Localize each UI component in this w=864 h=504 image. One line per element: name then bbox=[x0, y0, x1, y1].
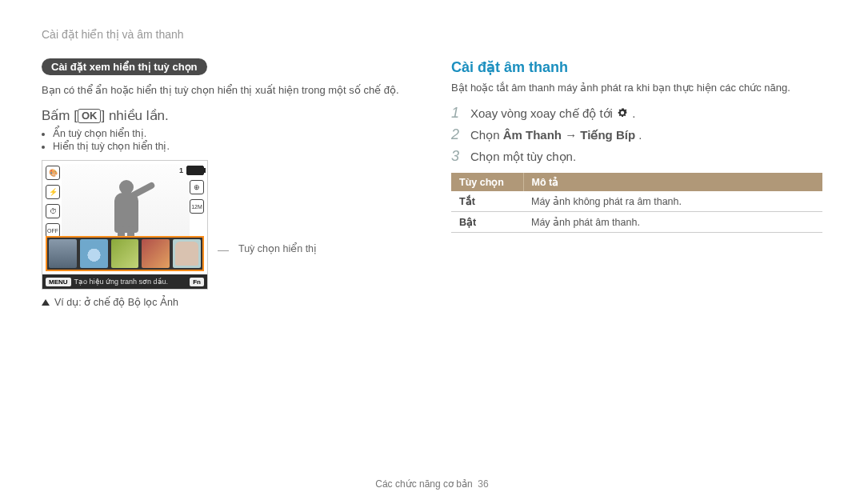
step-text: Chọn một tùy chọn. bbox=[470, 150, 576, 164]
shot-count: 1 bbox=[179, 166, 183, 174]
filter-thumb bbox=[173, 239, 201, 268]
bullet-item: Hiển thị tuỳ chọn hiển thị. bbox=[53, 140, 413, 152]
step-strong: Âm Thanh → Tiếng Bíp bbox=[503, 128, 635, 142]
press-prefix: Bấm [ bbox=[42, 108, 78, 123]
steps-list: 1 Xoay vòng xoay chế độ tới . 2 Chọn Âm … bbox=[451, 105, 822, 165]
step-number: 1 bbox=[451, 105, 462, 122]
page-footer: Các chức năng cơ bản 36 bbox=[0, 478, 864, 490]
ok-button-icon: OK bbox=[78, 109, 102, 123]
step-text: Xoay vòng xoay chế độ tới bbox=[470, 106, 616, 120]
status-text: Tạo hiệu ứng tranh sơn dầu. bbox=[74, 278, 187, 286]
fn-chip: Fn bbox=[190, 278, 204, 286]
sound-heading: Cài đặt âm thanh bbox=[451, 58, 822, 76]
options-table: Tùy chọn Mô tả Tắt Máy ảnh không phát ra… bbox=[451, 173, 822, 233]
page-number: 36 bbox=[478, 478, 488, 490]
example-note: Ví dụ: ở chế độ Bộ lọc Ảnh bbox=[42, 296, 413, 308]
step-text: . bbox=[632, 106, 635, 120]
step-item: 3 Chọn một tùy chọn. bbox=[451, 148, 822, 165]
left-column: Cài đặt xem hiển thị tuỳ chọn Bạn có thể… bbox=[42, 58, 413, 308]
opt-name: Bật bbox=[451, 212, 523, 233]
triangle-up-icon bbox=[42, 299, 50, 306]
filter-thumb bbox=[80, 239, 108, 268]
right-column: Cài đặt âm thanh Bật hoặc tắt âm thanh m… bbox=[451, 58, 822, 308]
status-bar: MENU Tạo hiệu ứng tranh sơn dầu. Fn bbox=[42, 274, 207, 289]
filter-picker bbox=[46, 236, 204, 271]
step-text: Chọn bbox=[470, 128, 503, 142]
callout-connector bbox=[218, 250, 229, 251]
filter-thumb bbox=[111, 239, 139, 268]
step-number: 3 bbox=[451, 148, 462, 165]
bullet-item: Ẩn tuỳ chọn hiển thị. bbox=[53, 127, 413, 139]
left-intro: Bạn có thể ẩn hoặc hiển thị tuỳ chọn hiể… bbox=[42, 83, 413, 98]
col-header-option: Tùy chọn bbox=[451, 173, 523, 191]
display-bullets: Ẩn tuỳ chọn hiển thị. Hiển thị tuỳ chọn … bbox=[42, 127, 413, 152]
section-pill-display-options: Cài đặt xem hiển thị tuỳ chọn bbox=[42, 58, 207, 75]
opt-desc: Máy ảnh không phát ra âm thanh. bbox=[523, 191, 822, 212]
timer-icon: ⏱ bbox=[46, 204, 60, 218]
gear-icon bbox=[616, 106, 629, 119]
footer-section: Các chức năng cơ bản bbox=[375, 478, 472, 490]
step-item: 1 Xoay vòng xoay chế độ tới . bbox=[451, 105, 822, 122]
battery-icon bbox=[186, 166, 204, 175]
opt-desc: Máy ảnh phát âm thanh. bbox=[523, 212, 822, 233]
mode-icon: 🎨 bbox=[46, 166, 60, 180]
camera-screenshot: 🎨 ⚡ ⏱ OFF 1 ⊕ 12M bbox=[42, 160, 208, 290]
flash-icon: ⚡ bbox=[46, 185, 60, 199]
callout-label: Tuỳ chọn hiển thị bbox=[238, 242, 317, 254]
example-text: Ví dụ: ở chế độ Bộ lọc Ảnh bbox=[54, 296, 178, 308]
filter-thumb bbox=[142, 239, 170, 268]
filter-thumb bbox=[49, 239, 77, 268]
flash-mode-icon: ⊕ bbox=[190, 180, 204, 194]
breadcrumb: Cài đặt hiển thị và âm thanh bbox=[42, 28, 822, 41]
step-item: 2 Chọn Âm Thanh → Tiếng Bíp . bbox=[451, 126, 822, 143]
press-suffix: ] nhiều lần. bbox=[101, 108, 168, 123]
menu-chip: MENU bbox=[46, 278, 71, 286]
right-intro: Bật hoặc tắt âm thanh máy ảnh phát ra kh… bbox=[451, 81, 822, 95]
table-row: Bật Máy ảnh phát âm thanh. bbox=[451, 212, 822, 233]
step-text: . bbox=[638, 128, 642, 142]
table-row: Tắt Máy ảnh không phát ra âm thanh. bbox=[451, 191, 822, 212]
press-instruction: Bấm [OK] nhiều lần. bbox=[42, 107, 413, 124]
size-icon: 12M bbox=[190, 199, 204, 214]
opt-name: Tắt bbox=[451, 191, 523, 212]
step-number: 2 bbox=[451, 126, 462, 143]
col-header-desc: Mô tả bbox=[523, 173, 822, 191]
